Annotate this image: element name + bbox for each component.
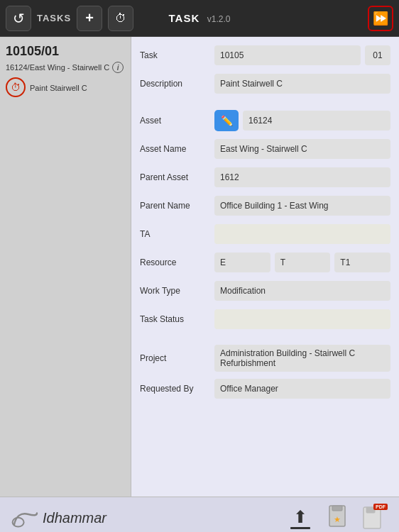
- project-value: Administration Building - Stairwell C Re…: [214, 345, 390, 372]
- add-icon: +: [85, 10, 94, 26]
- task-value: 10105: [214, 45, 361, 65]
- asset-row: Asset ✏️ 16124: [140, 109, 390, 132]
- asset-name-label: Asset Name: [140, 144, 214, 154]
- upload-icon: ⬆: [290, 507, 310, 530]
- timer-icon: ⏱: [115, 12, 126, 25]
- resource-row: Resource E T T1: [140, 251, 390, 274]
- page-title: TASK: [169, 12, 200, 24]
- asset-field-group: ✏️ 16124: [214, 110, 390, 131]
- ta-label: TA: [140, 229, 214, 239]
- project-row: Project Administration Building - Stairw…: [140, 345, 390, 372]
- refresh-icon: ↺: [13, 10, 25, 27]
- parent-asset-row: Parent Asset 1612: [140, 166, 390, 189]
- asset-label: Asset: [140, 116, 214, 126]
- pdf-button[interactable]: PDF: [359, 504, 388, 533]
- top-bar-center: TASK v1.2.0: [135, 12, 264, 25]
- tasks-label: TASKS: [37, 13, 71, 23]
- description-row: Description Paint Stairwell C: [140, 72, 390, 95]
- logo-text: Idhammar: [43, 510, 106, 526]
- work-type-row: Work Type Modification: [140, 279, 390, 302]
- star-file-button[interactable]: ★: [322, 504, 352, 533]
- svg-rect-2: [332, 506, 342, 511]
- task-row: Task 10105 01: [140, 44, 390, 67]
- parent-name-row: Parent Name Office Building 1 - East Win…: [140, 194, 390, 217]
- requested-by-row: Requested By Office Manager: [140, 377, 390, 400]
- top-navigation-bar: ↺ TASKS + ⏱ TASK v1.2.0 ⏩: [0, 0, 399, 37]
- sidebar: 10105/01 16124/East Wing - Stairwell C i…: [0, 37, 131, 497]
- description-value: Paint Stairwell C: [214, 74, 390, 94]
- resource-t-value: T: [275, 253, 331, 272]
- requested-by-value: Office Manager: [214, 379, 390, 399]
- resource-e-value: E: [214, 253, 270, 272]
- resource-label: Resource: [140, 257, 214, 267]
- add-button[interactable]: +: [77, 6, 102, 31]
- refresh-button[interactable]: ↺: [6, 6, 31, 31]
- svg-text:★: ★: [334, 515, 341, 523]
- timer-button[interactable]: ⏱: [108, 6, 133, 31]
- top-bar-right: ⏩: [264, 6, 393, 31]
- edit-icon: ✏️: [221, 115, 233, 126]
- info-icon[interactable]: i: [112, 62, 124, 73]
- version-label: v1.2.0: [207, 14, 231, 24]
- footer-actions: ⬆ ★ PDF: [285, 504, 388, 533]
- task-status-label: Task Status: [140, 314, 214, 324]
- main-content: 10105/01 16124/East Wing - Stairwell C i…: [0, 37, 399, 497]
- logo-swoosh-icon: [11, 508, 40, 529]
- star-file-icon: ★: [327, 505, 348, 531]
- sidebar-task-id: 10105/01: [6, 44, 125, 59]
- footer: Idhammar ⬆ ★ PDF: [0, 497, 399, 532]
- task-sub-value: 01: [365, 45, 390, 65]
- parent-name-value: Office Building 1 - East Wing: [214, 196, 390, 216]
- parent-name-label: Parent Name: [140, 201, 214, 211]
- resource-t1-value: T1: [334, 253, 390, 272]
- asset-name-row: Asset Name East Wing - Stairwell C: [140, 138, 390, 160]
- description-label: Description: [140, 79, 214, 89]
- sidebar-timer-area: ⏱ Paint Stairwell C: [6, 77, 125, 97]
- parent-asset-value: 1612: [214, 167, 390, 187]
- logo-area: Idhammar: [11, 508, 106, 529]
- sidebar-task-desc: Paint Stairwell C: [30, 84, 87, 92]
- asset-edit-button[interactable]: ✏️: [214, 110, 239, 131]
- ta-row: TA: [140, 223, 390, 245]
- form-content: Task 10105 01 Description Paint Stairwel…: [131, 37, 399, 497]
- timer-circle-icon[interactable]: ⏱: [6, 77, 26, 97]
- task-status-value: [214, 309, 390, 329]
- project-label: Project: [140, 353, 214, 363]
- task-field-group: 10105 01: [214, 45, 390, 65]
- exit-icon: ⏩: [373, 11, 388, 26]
- task-label: Task: [140, 50, 214, 60]
- asset-name-value: East Wing - Stairwell C: [214, 139, 390, 159]
- resource-field-group: E T T1: [214, 253, 390, 272]
- upload-button[interactable]: ⬆: [285, 504, 315, 533]
- parent-asset-label: Parent Asset: [140, 172, 214, 182]
- section-divider-2: [140, 336, 390, 345]
- section-divider-1: [140, 101, 390, 109]
- work-type-value: Modification: [214, 281, 390, 301]
- task-status-row: Task Status: [140, 308, 390, 331]
- work-type-label: Work Type: [140, 286, 214, 296]
- top-bar-left: ↺ TASKS + ⏱: [6, 6, 135, 31]
- requested-by-label: Requested By: [140, 384, 214, 394]
- sidebar-task-sub: 16124/East Wing - Stairwell C i: [6, 62, 125, 73]
- ta-value: [214, 224, 390, 244]
- pdf-badge: PDF: [373, 504, 388, 510]
- exit-button[interactable]: ⏩: [368, 6, 393, 31]
- asset-value: 16124: [243, 111, 390, 131]
